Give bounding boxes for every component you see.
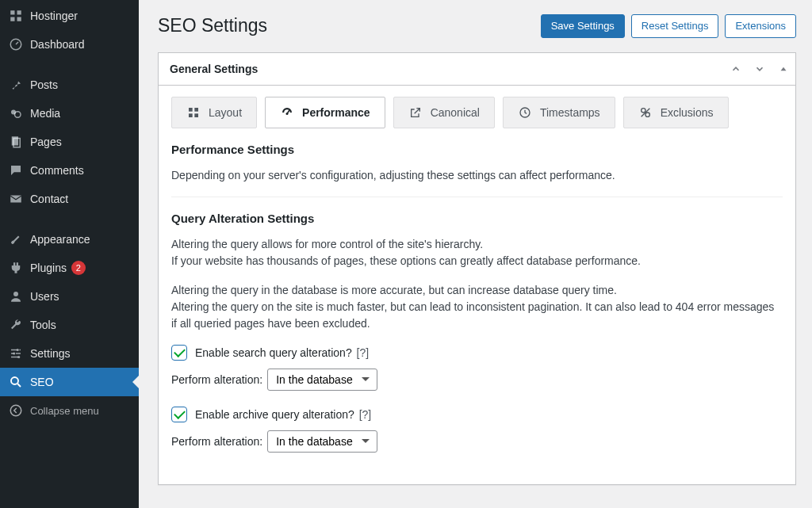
sidebar-item-label: Hostinger bbox=[30, 10, 78, 22]
toggle-panel-button[interactable] bbox=[772, 55, 795, 83]
search-query-alteration-row: Enable search query alteration? [?] bbox=[171, 345, 783, 361]
enable-archive-query-checkbox[interactable] bbox=[171, 407, 187, 422]
sidebar-item-hostinger[interactable]: Hostinger bbox=[0, 2, 139, 30]
user-icon bbox=[8, 288, 24, 304]
collapse-icon bbox=[8, 403, 24, 418]
sidebar-item-label: SEO bbox=[30, 376, 54, 388]
sidebar-item-tools[interactable]: Tools bbox=[0, 311, 139, 339]
save-settings-button[interactable]: Save Settings bbox=[541, 14, 625, 38]
sidebar-item-media[interactable]: Media bbox=[0, 99, 139, 128]
exclusions-icon bbox=[638, 105, 653, 120]
plugin-update-badge: 2 bbox=[71, 261, 86, 275]
tab-performance[interactable]: Performance bbox=[265, 97, 385, 128]
svg-point-11 bbox=[10, 405, 21, 416]
gauge-icon bbox=[280, 105, 294, 120]
tab-exclusions[interactable]: Exclusions bbox=[623, 97, 729, 128]
tab-timestamps[interactable]: Timestamps bbox=[503, 97, 615, 128]
svg-rect-13 bbox=[194, 108, 198, 112]
move-up-button[interactable] bbox=[724, 55, 748, 83]
external-icon bbox=[408, 105, 423, 120]
performance-settings-heading: Performance Settings bbox=[171, 143, 783, 156]
sidebar-item-plugins[interactable]: Plugins 2 bbox=[0, 254, 139, 282]
search-icon bbox=[8, 374, 24, 390]
performance-settings-desc: Depending on your server's configuration… bbox=[171, 167, 783, 184]
pin-icon bbox=[8, 77, 24, 93]
enable-archive-query-label: Enable archive query alteration? [?] bbox=[195, 408, 371, 421]
sidebar-item-settings[interactable]: Settings bbox=[0, 339, 139, 368]
help-link[interactable]: [?] bbox=[359, 408, 372, 421]
sidebar-item-pages[interactable]: Pages bbox=[0, 128, 139, 156]
enable-search-query-label: Enable search query alteration? [?] bbox=[195, 346, 369, 359]
sidebar-item-label: Appearance bbox=[30, 233, 90, 246]
sidebar-item-label: Settings bbox=[30, 347, 71, 360]
svg-point-7 bbox=[17, 349, 19, 351]
clock-icon bbox=[518, 105, 532, 120]
sidebar-item-label: Collapse menu bbox=[30, 405, 99, 417]
query-desc-block1: Altering the query allows for more contr… bbox=[171, 236, 783, 269]
admin-sidebar: Hostinger Dashboard Posts Media Pages Co… bbox=[0, 0, 139, 508]
comments-icon bbox=[8, 162, 24, 178]
search-query-alteration-select[interactable]: In the database bbox=[267, 369, 377, 391]
tab-canonical[interactable]: Canonical bbox=[393, 97, 495, 128]
sidebar-item-label: Posts bbox=[30, 78, 58, 91]
query-p1: Altering the query allows for more contr… bbox=[171, 238, 483, 250]
layout-icon bbox=[186, 105, 201, 120]
page-header: SEO Settings Save Settings Reset Setting… bbox=[158, 14, 796, 38]
sidebar-item-label: Pages bbox=[30, 136, 62, 148]
search-query-select-row: Perform alteration: In the database bbox=[171, 369, 783, 391]
sidebar-item-dashboard[interactable]: Dashboard bbox=[0, 30, 139, 59]
query-p4: Altering the query on the site is much f… bbox=[171, 300, 774, 330]
plugin-icon bbox=[8, 260, 24, 276]
svg-rect-5 bbox=[10, 196, 21, 203]
dashboard-icon bbox=[8, 36, 24, 52]
sidebar-collapse[interactable]: Collapse menu bbox=[0, 396, 139, 425]
tab-label: Timestamps bbox=[540, 106, 600, 119]
query-desc-block2: Altering the query in the database is mo… bbox=[171, 282, 783, 332]
reset-settings-button[interactable]: Reset Settings bbox=[631, 14, 719, 38]
sidebar-item-label: Users bbox=[30, 290, 59, 303]
section-divider bbox=[171, 197, 783, 197]
media-icon bbox=[8, 105, 24, 121]
settings-tabs: Layout Performance Canonical Timestamps … bbox=[171, 97, 783, 128]
general-settings-postbox: General Settings Layout Performance Cano… bbox=[158, 52, 796, 485]
perform-alteration-label: Perform alteration: bbox=[171, 435, 262, 448]
svg-point-10 bbox=[11, 377, 18, 384]
tab-label: Canonical bbox=[431, 106, 480, 119]
svg-point-8 bbox=[13, 353, 15, 355]
postbox-header: General Settings bbox=[159, 53, 795, 86]
sidebar-item-posts[interactable]: Posts bbox=[0, 71, 139, 99]
archive-query-alteration-select[interactable]: In the database bbox=[267, 430, 377, 453]
archive-query-alteration-row: Enable archive query alteration? [?] bbox=[171, 407, 783, 422]
postbox-title: General Settings bbox=[159, 53, 724, 85]
tab-label: Exclusions bbox=[661, 106, 714, 119]
extensions-button[interactable]: Extensions bbox=[725, 14, 796, 38]
query-p2: If your website has thousands of pages, … bbox=[171, 254, 641, 267]
svg-rect-14 bbox=[189, 113, 193, 117]
tab-label: Layout bbox=[209, 106, 242, 119]
brush-icon bbox=[8, 231, 24, 247]
svg-rect-15 bbox=[194, 113, 198, 117]
sidebar-item-seo[interactable]: SEO bbox=[0, 368, 139, 396]
svg-point-18 bbox=[641, 109, 645, 113]
hostinger-icon bbox=[8, 8, 24, 24]
query-p3: Altering the query in the database is mo… bbox=[171, 284, 617, 296]
sliders-icon bbox=[8, 346, 24, 361]
postbox-body: Layout Performance Canonical Timestamps … bbox=[159, 86, 795, 484]
move-down-button[interactable] bbox=[748, 55, 772, 83]
sidebar-item-appearance[interactable]: Appearance bbox=[0, 225, 139, 254]
svg-point-2 bbox=[15, 112, 21, 118]
sidebar-item-comments[interactable]: Comments bbox=[0, 156, 139, 185]
help-link[interactable]: [?] bbox=[357, 346, 370, 359]
query-alteration-heading: Query Alteration Settings bbox=[171, 212, 783, 225]
sidebar-item-label: Comments bbox=[30, 164, 84, 177]
main-content: SEO Settings Save Settings Reset Setting… bbox=[139, 0, 812, 508]
sidebar-item-users[interactable]: Users bbox=[0, 282, 139, 311]
sidebar-item-label: Plugins bbox=[30, 262, 67, 274]
archive-query-select-row: Perform alteration: In the database bbox=[171, 430, 783, 453]
sidebar-item-contact[interactable]: Contact bbox=[0, 185, 139, 213]
sidebar-item-label: Dashboard bbox=[30, 38, 85, 51]
enable-search-query-checkbox[interactable] bbox=[171, 345, 187, 361]
sidebar-item-label: Tools bbox=[30, 319, 56, 331]
tab-label: Performance bbox=[302, 106, 370, 119]
tab-layout[interactable]: Layout bbox=[171, 97, 257, 128]
